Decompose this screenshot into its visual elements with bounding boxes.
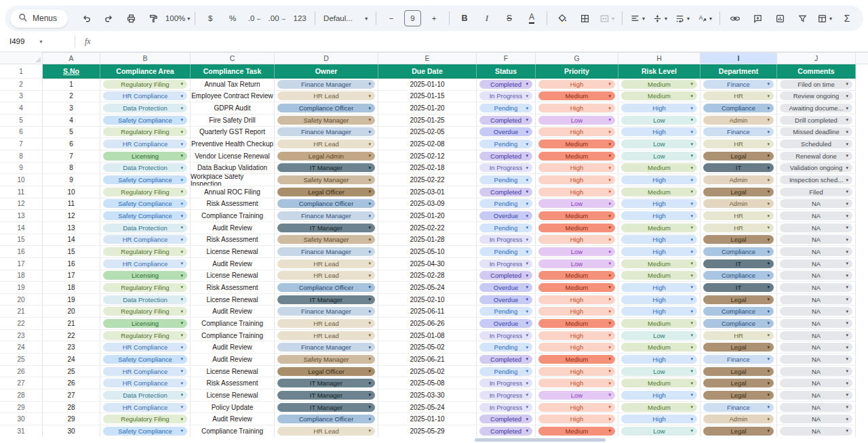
area-dropdown-chip[interactable]: HR Compliance▾ [103,140,187,148]
cell-owner[interactable]: HR Lead▾ [275,138,378,150]
comment-dropdown-chip[interactable]: Missed deadline▾ [780,127,852,136]
cell-owner[interactable]: Safety Manager▾ [275,174,378,186]
row-number-17[interactable]: 17 [0,258,43,270]
print-button[interactable] [120,9,142,27]
owner-dropdown-chip[interactable]: HR Lead▾ [277,91,375,100]
header-cell-due-date[interactable]: Due Date [378,64,477,79]
priority-dropdown-chip[interactable]: High▾ [538,188,615,196]
row-number-4[interactable]: 4 [0,102,43,114]
cell-priority[interactable]: High▾ [536,163,618,175]
cell-owner[interactable]: HR Lead▾ [275,258,378,270]
area-dropdown-chip[interactable]: Regulatory Filing▾ [103,307,187,316]
dept-dropdown-chip[interactable]: IT▾ [703,283,774,292]
risk-dropdown-chip[interactable]: High▾ [621,415,697,423]
status-dropdown-chip[interactable]: Pending▾ [479,104,532,112]
cell-compliance-area[interactable]: Licensing▾ [100,318,191,330]
priority-dropdown-chip[interactable]: High▾ [538,403,615,412]
cell-comments[interactable]: NA▾ [777,366,856,378]
comment-dropdown-chip[interactable]: NA▾ [780,259,852,268]
cell-comments[interactable]: NA▾ [777,402,856,414]
area-dropdown-chip[interactable]: Licensing▾ [103,271,187,280]
cell-compliance-task[interactable]: Audit Review [191,413,275,425]
insert-chart-button[interactable] [769,9,791,27]
priority-dropdown-chip[interactable]: Medium▾ [538,224,615,232]
cell-sno[interactable]: 13 [43,222,100,234]
cell-sno[interactable]: 5 [43,127,100,139]
cell-owner[interactable]: Compliance Officer▾ [275,102,378,114]
dept-dropdown-chip[interactable]: Admin▾ [703,415,774,423]
area-dropdown-chip[interactable]: HR Compliance▾ [103,235,187,244]
cell-risk-level[interactable]: Medium▾ [618,79,701,91]
priority-dropdown-chip[interactable]: Medium▾ [538,140,615,148]
cell-priority[interactable]: High▾ [536,402,618,414]
bold-button[interactable]: B [454,9,475,27]
area-dropdown-chip[interactable]: Licensing▾ [103,319,187,328]
comment-dropdown-chip[interactable]: NA▾ [780,427,852,436]
cell-comments[interactable]: NA▾ [777,377,856,389]
cell-comments[interactable]: NA▾ [777,305,856,318]
row-number-13[interactable]: 13 [0,210,43,222]
cell-owner[interactable]: Legal Officer▾ [275,366,378,378]
risk-dropdown-chip[interactable]: Low▾ [621,427,697,436]
risk-dropdown-chip[interactable]: Medium▾ [621,188,697,196]
borders-button[interactable] [574,9,595,27]
cell-compliance-area[interactable]: Regulatory Filing▾ [100,79,191,91]
cell-compliance-task[interactable]: Preventive Health Checkup [191,138,275,150]
cell-status[interactable]: Overdue▾ [477,318,536,330]
cell-due-date[interactable]: 2025-02-22 [378,174,477,186]
cell-risk-level[interactable]: Low▾ [618,138,701,150]
cell-compliance-area[interactable]: Data Protection▾ [100,294,191,306]
priority-dropdown-chip[interactable]: High▾ [538,127,615,136]
dept-dropdown-chip[interactable]: Compliance▾ [703,319,774,328]
cell-department[interactable]: Compliance▾ [701,305,777,318]
cell-priority[interactable]: Medium▾ [536,150,618,163]
cell-status[interactable]: Overdue▾ [477,127,536,139]
cell-owner[interactable]: HR Lead▾ [275,425,378,438]
cell-priority[interactable]: Low▾ [536,198,618,211]
cell-due-date[interactable]: 2025-01-10 [378,79,477,91]
filter-button[interactable] [791,9,813,27]
priority-dropdown-chip[interactable]: High▾ [538,163,615,172]
cell-compliance-area[interactable]: Safety Compliance▾ [100,425,191,438]
row-number-28[interactable]: 28 [0,389,43,402]
cell-status[interactable]: In Progress▾ [477,234,536,247]
comment-dropdown-chip[interactable]: NA▾ [780,331,852,340]
cell-owner[interactable]: Finance Manager▾ [275,305,378,318]
cell-comments[interactable]: NA▾ [777,270,856,282]
column-header-G[interactable]: G [536,52,618,64]
owner-dropdown-chip[interactable]: Safety Manager▾ [277,116,375,125]
comment-dropdown-chip[interactable]: Scheduled▾ [780,140,852,148]
cell-compliance-task[interactable]: Risk Assessment [191,198,275,211]
cell-priority[interactable]: Medium▾ [536,222,618,234]
cell-compliance-task[interactable]: License Renewal [191,389,275,402]
cell-risk-level[interactable]: High▾ [618,234,701,247]
owner-dropdown-chip[interactable]: IT Manager▾ [277,379,375,387]
cell-status[interactable]: In Progress▾ [477,91,536,103]
priority-dropdown-chip[interactable]: High▾ [538,415,615,423]
owner-dropdown-chip[interactable]: IT Manager▾ [277,391,375,400]
column-header-C[interactable]: C [191,52,275,64]
owner-dropdown-chip[interactable]: HR Lead▾ [277,271,375,280]
italic-button[interactable]: I [476,9,498,27]
cell-risk-level[interactable]: Low▾ [618,425,701,438]
status-dropdown-chip[interactable]: In Progress▾ [479,391,532,400]
cell-owner[interactable]: IT Manager▾ [275,294,378,306]
cell-department[interactable]: Admin▾ [701,174,777,186]
redo-button[interactable] [98,9,119,27]
area-dropdown-chip[interactable]: Regulatory Filing▾ [103,188,187,196]
dept-dropdown-chip[interactable]: Compliance▾ [703,307,774,316]
risk-dropdown-chip[interactable]: High▾ [621,355,697,364]
owner-dropdown-chip[interactable]: Compliance Officer▾ [277,104,375,112]
cell-risk-level[interactable]: High▾ [618,198,701,211]
risk-dropdown-chip[interactable]: Medium▾ [621,80,697,89]
row-number-22[interactable]: 22 [0,318,43,330]
cell-department[interactable]: Legal▾ [701,186,777,198]
decrease-decimal-button[interactable]: .0← [244,9,266,27]
dept-dropdown-chip[interactable]: Legal▾ [703,295,774,304]
cell-compliance-area[interactable]: HR Compliance▾ [100,377,191,389]
cell-risk-level[interactable]: High▾ [618,210,701,222]
owner-dropdown-chip[interactable]: Compliance Officer▾ [277,283,375,292]
cell-risk-level[interactable]: Medium▾ [618,163,701,175]
cell-department[interactable]: HR▾ [701,91,777,103]
row-number-26[interactable]: 26 [0,366,43,378]
